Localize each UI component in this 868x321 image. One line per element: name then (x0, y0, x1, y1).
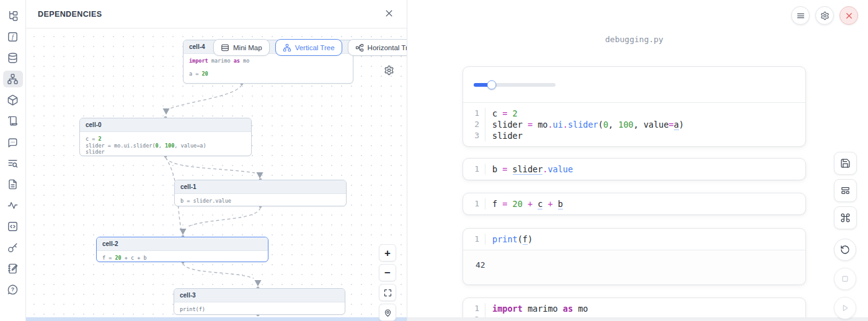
cell-output-slider (463, 67, 805, 103)
search-list-icon (7, 157, 19, 169)
notebook-menu-button[interactable] (791, 6, 810, 25)
code-line: a = 20 (189, 71, 347, 77)
sidebar-item-packages[interactable] (3, 92, 23, 108)
graph-node-header: cell-2 (97, 237, 268, 251)
sidebar-item-dependencies[interactable] (3, 71, 23, 87)
sidebar-item-snippets[interactable] (3, 176, 23, 193)
graph-node-code: c = 2slider = mo.ui.slider(0, 100, value… (80, 132, 251, 156)
fit-view-button[interactable] (379, 284, 396, 301)
code-line: f = 20 + c + b (102, 255, 262, 262)
database-icon (7, 52, 19, 64)
graph-node-cell-2[interactable]: cell-2f = 20 + c + b (96, 237, 268, 262)
code-line: import marimo as mo (492, 303, 588, 314)
commands-button[interactable] (834, 206, 857, 229)
code-line: print(f) (180, 306, 339, 313)
notebook-settings-button[interactable] (815, 6, 834, 25)
line-numbers: 1 (463, 164, 485, 175)
notebook-cell-3[interactable]: 1print(f)42 (463, 228, 806, 285)
graph-node-title: cell-2 (102, 240, 118, 247)
stop-icon (840, 274, 850, 284)
notebook-top-buttons (791, 6, 858, 25)
lock-position-button[interactable] (379, 304, 396, 321)
marimo-app: f? DEPENDENCIES Mini MapVertical TreeHor… (0, 0, 868, 321)
sidebar-item-logs[interactable] (3, 155, 23, 172)
gear-icon (820, 11, 830, 20)
zoom-in-icon: + (384, 248, 391, 258)
cell-code-editor[interactable]: 123c = 2slider = mo.ui.slider(0, 100, va… (463, 103, 805, 146)
view-button-label: Mini Map (233, 44, 262, 51)
view-button-vertical-tree[interactable]: Vertical Tree (275, 39, 342, 56)
line-numbers: 1 (463, 198, 485, 209)
graph-node-code: import marimo as moa = 20 (184, 54, 353, 81)
graph-node-cell-0[interactable]: cell-0c = 2slider = mo.ui.slider(0, 100,… (79, 118, 252, 156)
sidebar-item-datasources[interactable] (3, 50, 23, 66)
dependencies-header: DEPENDENCIES (26, 0, 407, 29)
slider-widget[interactable] (474, 83, 556, 87)
code-line: f = 20 + c + b (492, 198, 563, 209)
dependency-graph-canvas[interactable]: Mini MapVertical TreeHorizontal Tree +− … (26, 29, 407, 321)
view-button-label: Vertical Tree (295, 44, 335, 51)
graph-h-icon (355, 43, 364, 52)
layout-button[interactable] (834, 179, 857, 202)
minimap-icon (221, 43, 229, 52)
notebook-bottom-strip (407, 317, 868, 321)
stop-button[interactable] (834, 268, 856, 290)
dependencies-panel: DEPENDENCIES Mini MapVertical TreeHorizo… (26, 0, 407, 321)
document-icon (7, 178, 19, 190)
code-line (189, 64, 347, 71)
cell-code-editor[interactable]: 1f = 20 + c + b (463, 193, 805, 214)
notebook-cell-2[interactable]: 1f = 20 + c + b (463, 193, 806, 215)
sidebar-item-notes[interactable] (3, 260, 23, 277)
function-icon: f (7, 31, 19, 43)
sidebar-item-documentation[interactable] (3, 113, 23, 130)
graph-node-cell-1[interactable]: cell-1b = slider.value (174, 180, 347, 206)
graph-node-header: cell-1 (175, 180, 346, 194)
code-line: c = 2 (86, 136, 246, 143)
view-button-horizontal-tree[interactable]: Horizontal Tree (348, 39, 407, 56)
cell-output-text: 42 (463, 250, 805, 284)
slider-thumb[interactable] (487, 80, 497, 89)
sidebar-item-chat[interactable] (3, 134, 23, 151)
command-icon (840, 213, 851, 223)
cell-code-editor[interactable]: 1print(f) (463, 229, 805, 250)
sidebar-item-tracebacks[interactable] (3, 197, 23, 214)
notebook-filename[interactable]: debugging.py (463, 35, 806, 44)
menu-icon (796, 11, 805, 20)
sidebar-item-file-explorer[interactable] (3, 7, 23, 24)
code-line: slider (492, 130, 684, 141)
layout-icon (840, 185, 851, 196)
graph-node-cell-3[interactable]: cell-3print(f) (174, 288, 345, 315)
notebook-cell-1[interactable]: 1b = slider.value (463, 158, 806, 180)
graph-icon (7, 73, 19, 85)
close-icon (384, 9, 394, 20)
close-panel-button[interactable] (383, 8, 395, 20)
save-button[interactable] (834, 152, 857, 175)
notebook-cell-0[interactable]: 123c = 2slider = mo.ui.slider(0, 100, va… (463, 66, 806, 147)
undo-button[interactable] (834, 239, 856, 261)
notebook-panel: debugging.py 123c = 2slider = mo.ui.slid… (407, 0, 868, 321)
zoom-out-button[interactable]: − (379, 264, 396, 281)
view-button-label: Horizontal Tree (368, 44, 407, 51)
sidebar-item-secrets[interactable] (3, 239, 23, 256)
cell-code-editor[interactable]: 1b = slider.value (463, 159, 805, 180)
graph-horizontal-scrollbar[interactable] (26, 317, 407, 321)
line-numbers: 123 (463, 108, 485, 141)
graph-settings-button[interactable] (383, 64, 395, 76)
graph-node-title: cell-4 (189, 43, 205, 50)
run-button[interactable] (834, 297, 856, 319)
sidebar-item-help[interactable]: ? (3, 281, 23, 298)
activity-rail: f? (0, 0, 26, 321)
shutdown-button[interactable] (839, 6, 858, 25)
view-button-mini-map[interactable]: Mini Map (213, 39, 270, 56)
key-icon (7, 242, 19, 253)
zoom-out-icon: − (384, 268, 391, 278)
play-icon (840, 303, 850, 313)
pin-icon (383, 308, 392, 317)
sidebar-item-variables[interactable]: f (3, 29, 23, 45)
sidebar-item-scratchpad[interactable] (3, 218, 23, 235)
graph-node-code: f = 20 + c + b (97, 251, 268, 262)
save-icon (840, 158, 851, 169)
graph-node-title: cell-3 (180, 292, 196, 299)
graph-zoom-controls: +− (379, 244, 396, 321)
zoom-in-button[interactable]: + (379, 244, 396, 262)
